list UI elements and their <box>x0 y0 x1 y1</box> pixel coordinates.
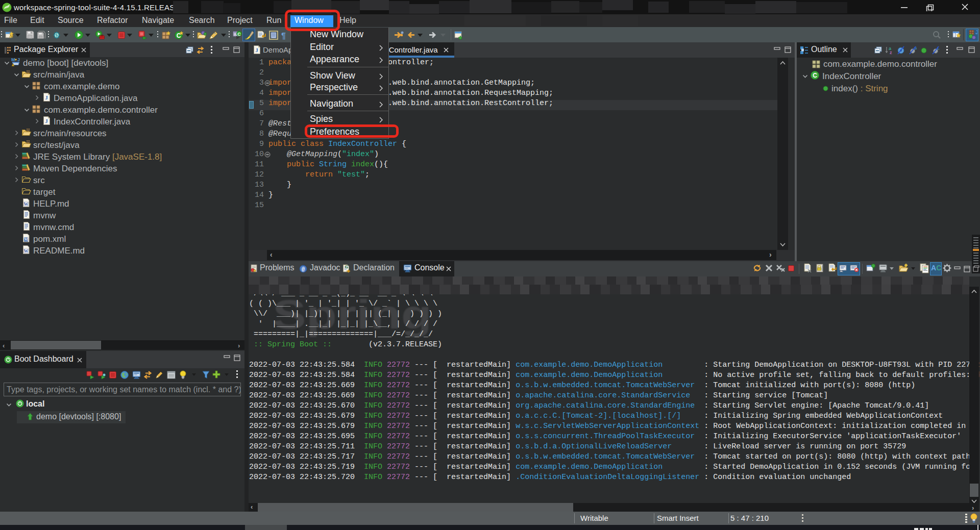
svg-text:z: z <box>890 50 892 55</box>
svg-text:C: C <box>237 32 241 37</box>
svg-text:G: G <box>345 265 348 269</box>
svg-text:@: @ <box>302 267 305 272</box>
svg-text:C: C <box>813 72 817 79</box>
svg-text:J: J <box>975 30 977 35</box>
